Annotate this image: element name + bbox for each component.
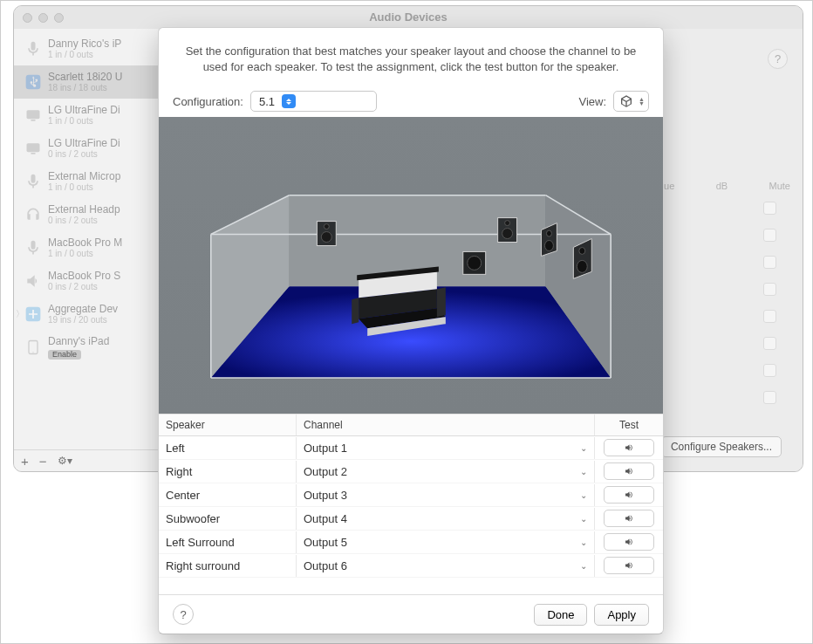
speaker-layout-3d-view[interactable] [159, 117, 663, 414]
svg-point-19 [502, 229, 513, 239]
speaker-name: Right [159, 461, 297, 483]
svg-point-24 [544, 241, 553, 251]
sound-icon [622, 560, 636, 571]
mic-icon [24, 173, 42, 190]
device-name: MacBook Pro S [48, 270, 120, 282]
mute-checkbox[interactable] [763, 391, 776, 404]
sofa-icon [352, 267, 446, 337]
channel-select[interactable]: Output 1⌄ [297, 437, 595, 459]
speaker-row: RightOutput 2⌄ [159, 460, 663, 483]
speaker-name: Left [159, 437, 297, 459]
speaker-row: Left SurroundOutput 5⌄ [159, 531, 663, 554]
device-name: External Microp [48, 170, 120, 182]
svg-point-15 [321, 232, 331, 243]
channel-column-header: Channel [297, 414, 595, 435]
sound-icon [622, 513, 636, 524]
device-name: Scarlett 18i20 U [48, 71, 122, 83]
svg-point-27 [577, 261, 587, 273]
svg-point-16 [324, 224, 329, 230]
window-title: Audio Devices [14, 10, 803, 24]
mute-checkbox[interactable] [763, 283, 776, 296]
mute-checkbox-column [748, 202, 790, 404]
device-io-count: 1 in / 0 outs [48, 249, 122, 259]
svg-point-25 [546, 230, 551, 236]
sheet-help-button[interactable]: ? [173, 604, 194, 625]
sound-icon [622, 466, 636, 476]
svg-rect-2 [31, 120, 36, 121]
svg-point-7 [32, 352, 33, 353]
actions-menu-button[interactable]: ⚙︎▾ [58, 455, 72, 467]
view-mode-select[interactable]: ▲▼ [613, 91, 649, 112]
sidebar-item-device[interactable]: Danny's iPadEnable [14, 331, 158, 364]
mute-checkbox[interactable] [763, 310, 776, 323]
speaker-name: Center [159, 484, 297, 506]
test-speaker-button[interactable] [604, 533, 654, 551]
sidebar-item-device[interactable]: MacBook Pro M1 in / 0 outs [14, 231, 158, 264]
headphones-icon [24, 206, 42, 223]
sidebar-item-device[interactable]: MacBook Pro S0 ins / 2 outs [14, 264, 158, 298]
done-button[interactable]: Done [534, 604, 587, 626]
channel-value: Output 2 [304, 465, 347, 478]
mute-checkbox[interactable] [763, 202, 776, 215]
sidebar-item-device[interactable]: LG UltraFine Di1 in / 0 outs [14, 99, 158, 132]
sidebar-item-device[interactable]: External Headp0 ins / 2 outs [14, 198, 158, 231]
speaker-column-header: Speaker [159, 414, 297, 435]
configuration-label: Configuration: [173, 95, 243, 108]
chevron-updown-icon [282, 94, 296, 108]
channel-value: Output 4 [304, 512, 347, 525]
cube-icon [619, 94, 633, 108]
channel-select[interactable]: Output 3⌄ [297, 484, 595, 506]
test-speaker-button[interactable] [604, 462, 654, 480]
sidebar-item-device[interactable]: Scarlett 18i20 U18 ins / 18 outs [14, 65, 158, 99]
speaker-icon [24, 272, 42, 290]
channel-select[interactable]: Output 2⌄ [297, 461, 595, 483]
sound-icon [622, 537, 636, 547]
channel-value: Output 6 [304, 559, 347, 572]
test-speaker-button[interactable] [604, 486, 654, 504]
device-io-count: 0 ins / 2 outs [48, 216, 120, 226]
svg-rect-3 [27, 143, 40, 152]
speaker-name: Subwoofer [159, 508, 297, 530]
mute-checkbox[interactable] [763, 337, 776, 350]
channel-select[interactable]: Output 5⌄ [297, 531, 595, 553]
mute-checkbox[interactable] [763, 364, 776, 377]
test-speaker-button[interactable] [604, 510, 654, 527]
help-button[interactable]: ? [768, 49, 788, 69]
test-column-header: Test [595, 414, 663, 435]
device-io-count: 1 in / 0 outs [48, 182, 120, 193]
chevron-down-icon: ⌄ [580, 514, 587, 524]
configuration-value: 5.1 [259, 95, 275, 108]
add-device-button[interactable]: + [21, 454, 29, 469]
device-name: External Headp [48, 203, 120, 216]
apply-button[interactable]: Apply [594, 604, 649, 626]
mute-checkbox[interactable] [763, 229, 776, 242]
mute-checkbox[interactable] [763, 256, 776, 269]
mic-icon [24, 40, 42, 58]
remove-device-button[interactable]: − [39, 454, 47, 469]
test-speaker-button[interactable] [604, 439, 654, 456]
configuration-select[interactable]: 5.1 [250, 91, 377, 112]
channel-select[interactable]: Output 4⌄ [297, 508, 595, 530]
device-name: LG UltraFine Di [48, 104, 120, 116]
configure-speakers-sheet: Set the configuration that best matches … [158, 27, 664, 634]
enable-badge[interactable]: Enable [48, 350, 81, 360]
ipad-icon [24, 339, 42, 356]
device-sidebar: Danny Rico's iP1 in / 0 outsScarlett 18i… [14, 29, 159, 471]
channel-select[interactable]: Output 6⌄ [297, 555, 595, 577]
device-io-count: 1 in / 0 outs [48, 116, 120, 127]
device-io-count: 1 in / 0 outs [48, 50, 121, 60]
sidebar-item-device[interactable]: External Microp1 in / 0 outs [14, 165, 158, 198]
sidebar-item-device[interactable]: Danny Rico's iP1 in / 0 outs [14, 32, 158, 65]
display-icon [24, 106, 42, 124]
svg-point-28 [579, 248, 585, 255]
sidebar-item-device[interactable]: LG UltraFine Di0 ins / 2 outs [14, 132, 158, 165]
configure-speakers-button[interactable]: Configure Speakers... [661, 436, 782, 457]
svg-point-20 [505, 221, 510, 226]
svg-point-22 [468, 257, 482, 271]
device-name: Danny Rico's iP [48, 38, 121, 50]
chevron-down-icon: ⌄ [580, 467, 587, 476]
sidebar-item-device[interactable]: 〉Aggregate Dev19 ins / 20 outs [14, 298, 158, 331]
mute-column-header: Mute [769, 181, 790, 191]
test-speaker-button[interactable] [604, 557, 654, 574]
svg-rect-1 [27, 110, 40, 119]
